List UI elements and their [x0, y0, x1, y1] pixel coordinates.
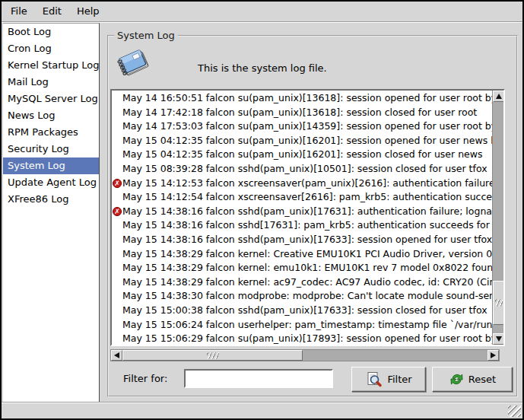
menu-edit[interactable]: Edit — [37, 2, 71, 21]
reset-button[interactable]: Reset — [432, 367, 513, 392]
log-row[interactable]: ✗May 15 14:38:29 falcon kernel: ac97_cod… — [112, 275, 492, 290]
notebook-icon — [116, 45, 151, 80]
log-row[interactable]: ✗May 14 17:42:18 falcon su(pam_unix)[136… — [112, 106, 492, 120]
scroll-up-button[interactable] — [493, 91, 504, 102]
menu-file[interactable]: File — [5, 2, 37, 21]
sidebar-item-security-log[interactable]: Security Log — [3, 141, 99, 158]
sidebar-item-mail-log[interactable]: Mail Log — [3, 74, 99, 91]
log-row[interactable]: ✗May 14 17:53:03 falcon su(pam_unix)[143… — [112, 119, 492, 134]
horizontal-scrollbar[interactable] — [110, 349, 500, 361]
menu-help[interactable]: Help — [71, 2, 109, 21]
scroll-right-button[interactable] — [487, 350, 499, 361]
sidebar-item-mysql-server-log[interactable]: MySQL Server Log — [3, 91, 99, 107]
log-row[interactable]: ✗May 15 14:12:54 falcon xscreensaver[261… — [112, 190, 492, 205]
error-icon: ✗ — [113, 179, 122, 188]
sidebar-item-kernel-startup-log[interactable]: Kernel Startup Log — [3, 57, 99, 74]
system-log-groupbox: System Log — [107, 35, 518, 397]
log-row[interactable]: ✗May 14 16:50:51 falcon su(pam_unix)[136… — [112, 91, 492, 106]
log-type-sidebar: Boot Log Cron Log Kernel Startup Log Mai… — [3, 23, 100, 402]
log-row[interactable]: ✗May 15 14:38:16 falcon sshd(pam_unix)[1… — [112, 205, 492, 219]
thumb-grip — [495, 299, 503, 307]
refresh-icon — [449, 371, 465, 387]
vertical-scrollbar-thumb[interactable] — [493, 281, 504, 325]
log-row[interactable]: ✗May 15 04:12:35 falcon su(pam_unix)[162… — [112, 134, 492, 148]
log-row[interactable]: ✗May 15 14:38:29 falcon kernel: emu10k1:… — [112, 261, 492, 275]
filter-button-label: Filter — [387, 374, 411, 385]
filter-input[interactable] — [184, 369, 333, 388]
horizontal-scrollbar-thumb[interactable] — [122, 350, 303, 361]
log-row[interactable]: ✗May 15 15:00:38 falcon sshd(pam_unix)[1… — [112, 304, 492, 318]
sidebar-item-news-log[interactable]: News Log — [3, 107, 99, 124]
arrow-up-icon — [496, 94, 502, 99]
log-row[interactable]: ✗May 15 14:12:53 falcon xscreensaver(pam… — [112, 177, 492, 191]
scroll-left-button[interactable] — [111, 350, 122, 361]
log-row[interactable]: ✗May 15 14:38:29 falcon kernel: Creative… — [112, 247, 492, 262]
log-header: This is the system log file. — [109, 37, 516, 87]
scroll-down-button[interactable] — [493, 333, 504, 345]
log-row[interactable]: ✗May 15 14:38:16 falcon sshd[17631]: pam… — [112, 218, 492, 233]
menubar: File Edit Help — [2, 2, 522, 22]
log-row[interactable]: ✗May 15 14:38:16 falcon sshd(pam_unix)[1… — [112, 233, 492, 247]
statusbar — [2, 402, 522, 418]
arrow-left-icon — [114, 352, 119, 358]
log-viewer-window: File Edit Help Boot Log Cron Log Kernel … — [0, 0, 524, 420]
sidebar-item-system-log[interactable]: System Log — [3, 158, 99, 174]
log-row[interactable]: ✗May 15 14:38:30 falcon modprobe: modpro… — [112, 289, 492, 304]
vertical-scrollbar[interactable] — [492, 91, 503, 345]
log-row[interactable]: ✗May 15 15:06:29 falcon su(pam_unix)[178… — [112, 332, 492, 345]
reset-button-label: Reset — [468, 374, 496, 385]
sidebar-item-cron-log[interactable]: Cron Log — [3, 40, 99, 57]
filter-label: Filter for: — [123, 373, 167, 384]
thumb-grip — [207, 352, 219, 359]
main-panel: System Log — [100, 23, 522, 402]
log-list: ✗May 14 16:50:51 falcon su(pam_unix)[136… — [110, 89, 505, 346]
filter-button[interactable]: Filter — [351, 367, 426, 392]
log-row[interactable]: ✗May 15 08:39:28 falcon sshd(pam_unix)[1… — [112, 162, 492, 177]
log-description: This is the system log file. — [198, 62, 327, 74]
sidebar-item-update-agent-log[interactable]: Update Agent Log — [3, 174, 99, 191]
search-document-icon — [365, 371, 383, 389]
arrow-right-icon — [491, 352, 496, 358]
log-row[interactable]: ✗May 15 15:06:24 falcon userhelper: pam_… — [112, 318, 492, 332]
resize-grip[interactable] — [508, 406, 521, 417]
log-row[interactable]: ✗May 15 04:12:35 falcon su(pam_unix)[162… — [112, 148, 492, 162]
sidebar-item-boot-log[interactable]: Boot Log — [3, 24, 99, 40]
error-icon: ✗ — [113, 207, 122, 216]
sidebar-item-rpm-packages[interactable]: RPM Packages — [3, 124, 99, 141]
log-rows: ✗May 14 16:50:51 falcon su(pam_unix)[136… — [112, 91, 492, 345]
sidebar-item-xfree86-log[interactable]: XFree86 Log — [3, 191, 99, 208]
arrow-down-icon — [496, 336, 502, 342]
